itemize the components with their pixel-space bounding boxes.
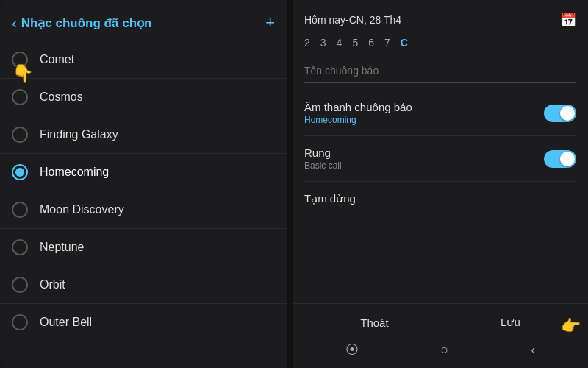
nav-home-icon[interactable]: ○ xyxy=(441,342,449,358)
radio-button[interactable] xyxy=(12,239,28,255)
day-6[interactable]: 6 xyxy=(368,37,374,49)
alarm-name-input[interactable] xyxy=(304,59,576,83)
date-label: Hôm nay-CN, 28 Th4 xyxy=(304,14,401,26)
ringtone-label: Finding Galaxy xyxy=(40,128,118,141)
snooze-label: Tạm dừng xyxy=(304,192,356,205)
radio-button[interactable] xyxy=(12,314,28,330)
day-7[interactable]: 7 xyxy=(384,37,390,49)
alarm-sound-label: Âm thanh chuông báo xyxy=(304,101,412,113)
panel-divider xyxy=(287,0,293,368)
save-button[interactable]: Lưu xyxy=(483,311,538,333)
day-3[interactable]: 3 xyxy=(320,37,326,49)
alarm-settings-list: Âm thanh chuông báo Homecoming Rung Basi… xyxy=(293,91,588,303)
vibrate-label-group: Rung Basic call xyxy=(304,146,342,171)
nav-back-icon[interactable]: ‹ xyxy=(531,342,535,358)
radio-button[interactable] xyxy=(12,89,28,105)
alarm-sound-sublabel: Homecoming xyxy=(304,115,412,125)
ringtone-list-panel: ‹ Nhạc chuông đã chọn + Comet 👇 Cosmos F… xyxy=(0,0,287,368)
vibrate-sublabel: Basic call xyxy=(304,160,342,171)
annotation-arrow-comet: 👇 xyxy=(12,63,34,84)
action-buttons: Thoát Lưu xyxy=(304,311,576,333)
ringtone-label: Orbit xyxy=(40,278,65,291)
radio-button[interactable] xyxy=(12,127,28,143)
vibrate-toggle[interactable] xyxy=(544,150,576,168)
panel-title: Nhạc chuông đã chọn xyxy=(21,15,152,31)
snooze-label-group: Tạm dừng xyxy=(304,192,356,207)
day-c[interactable]: C xyxy=(401,37,408,49)
calendar-icon[interactable]: 📅 xyxy=(560,12,576,28)
ringtone-label: Neptune xyxy=(40,241,85,254)
radio-button[interactable] xyxy=(12,277,28,293)
day-5[interactable]: 5 xyxy=(352,37,358,49)
add-button[interactable]: + xyxy=(265,13,275,32)
day-4[interactable]: 4 xyxy=(337,37,343,49)
ringtone-label: Outer Bell xyxy=(40,316,92,329)
list-item[interactable]: Orbit xyxy=(0,266,287,304)
radio-inner-dot xyxy=(15,168,24,177)
toggle-knob xyxy=(560,106,575,121)
list-item[interactable]: Comet 👇 xyxy=(0,41,287,79)
header-left-group: ‹ Nhạc chuông đã chọn xyxy=(12,15,151,32)
alarm-sound-label-group: Âm thanh chuông báo Homecoming xyxy=(304,101,412,125)
list-item-homecoming[interactable]: Homecoming xyxy=(0,154,287,191)
list-item[interactable]: Outer Bell xyxy=(0,304,287,341)
left-header: ‹ Nhạc chuông đã chọn + xyxy=(0,0,287,41)
list-item[interactable]: Finding Galaxy xyxy=(0,116,287,154)
ringtone-label: Comet xyxy=(40,53,74,66)
ringtone-label: Cosmos xyxy=(40,91,83,104)
alarm-top-section: Hôm nay-CN, 28 Th4 📅 2 3 4 5 6 7 C xyxy=(293,0,588,91)
annotation-arrow-save: 👉 xyxy=(561,316,581,336)
day-numbers-row: 2 3 4 5 6 7 C xyxy=(304,37,576,49)
list-item[interactable]: Neptune xyxy=(0,229,287,266)
toggle-knob xyxy=(560,152,575,166)
ringtone-label: Moon Discovery xyxy=(40,203,124,216)
nav-bar: ⦿ ○ ‹ xyxy=(304,339,576,361)
back-button[interactable]: ‹ xyxy=(12,15,17,32)
bottom-bar: Thoát Lưu 👉 ⦿ ○ ‹ xyxy=(293,303,588,368)
nav-menu-icon[interactable]: ⦿ xyxy=(345,342,359,358)
snooze-row: Tạm dừng xyxy=(304,182,576,217)
alarm-sound-row: Âm thanh chuông báo Homecoming xyxy=(304,91,576,136)
radio-button[interactable] xyxy=(12,202,28,218)
list-item[interactable]: Cosmos xyxy=(0,79,287,116)
list-item[interactable]: Moon Discovery xyxy=(0,191,287,229)
alarm-sound-toggle[interactable] xyxy=(544,105,576,122)
ringtone-label: Homecoming xyxy=(40,166,109,179)
vibrate-row: Rung Basic call xyxy=(304,136,576,182)
alarm-settings-panel: Hôm nay-CN, 28 Th4 📅 2 3 4 5 6 7 C Âm th… xyxy=(293,0,588,368)
vibrate-label: Rung xyxy=(304,146,342,159)
ringtone-list: Comet 👇 Cosmos Finding Galaxy Homecoming… xyxy=(0,41,287,365)
date-row: Hôm nay-CN, 28 Th4 📅 xyxy=(304,12,576,28)
radio-button-selected[interactable] xyxy=(12,164,28,180)
cancel-button[interactable]: Thoát xyxy=(343,311,406,333)
day-2[interactable]: 2 xyxy=(304,37,310,49)
